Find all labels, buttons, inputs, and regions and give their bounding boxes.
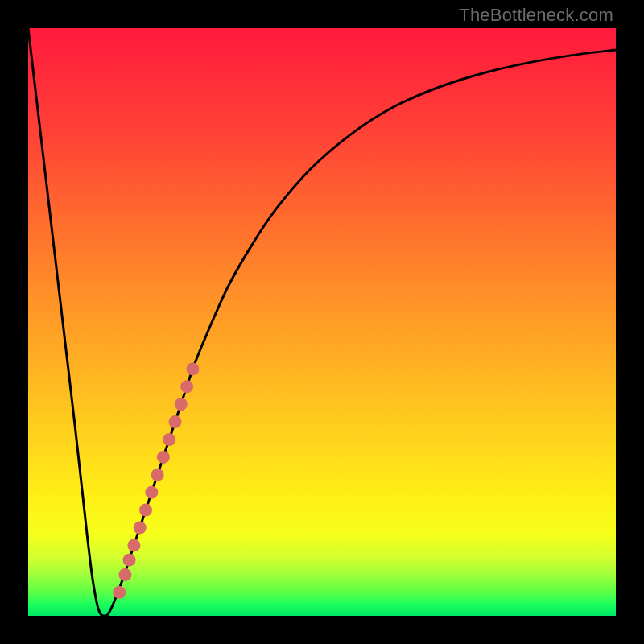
attribution-text: TheBottleneck.com xyxy=(459,5,613,26)
curve-marker xyxy=(113,586,126,599)
curve-marker xyxy=(180,380,193,393)
curve-marker xyxy=(186,362,199,375)
curve-marker xyxy=(139,504,152,517)
curve-marker xyxy=(151,469,164,481)
chart-frame: TheBottleneck.com xyxy=(0,0,644,644)
curve-marker xyxy=(134,522,147,535)
curve-marker xyxy=(127,539,140,551)
curve-marker xyxy=(157,451,170,464)
curve-marker xyxy=(123,554,136,567)
curve-marker xyxy=(169,415,182,428)
marker-group xyxy=(113,362,199,598)
curve-marker xyxy=(175,398,188,411)
bottleneck-curve-path xyxy=(28,28,616,616)
curve-marker xyxy=(145,486,158,499)
curve-svg xyxy=(28,28,616,616)
plot-area xyxy=(28,28,616,616)
curve-marker xyxy=(163,433,175,446)
curve-marker xyxy=(118,568,131,581)
